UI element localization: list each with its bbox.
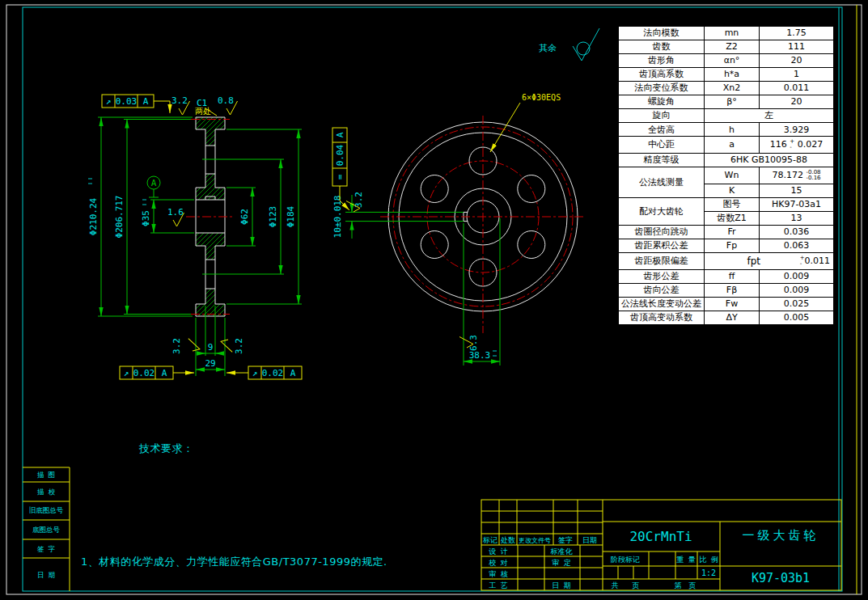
roughness-3-2-top: 3.2 [171, 95, 188, 106]
spec-symbol: K [705, 184, 760, 197]
bore-tol-marks [142, 200, 146, 205]
spec-label: 公法线长度变动公差 [619, 297, 705, 311]
spec-row: 齿形角 αn° 20 [619, 54, 834, 68]
margin-trace-check: 描 校 [37, 488, 56, 496]
spec-symbol: Wn [705, 167, 760, 184]
runout-icon: ↗ [252, 368, 258, 378]
runout-icon: ↗ [124, 368, 129, 378]
spec-value: 6HK GB10095-88 [705, 154, 834, 167]
dim-web-width: 9 [208, 342, 214, 353]
symmetry-icon: = [335, 174, 345, 180]
spec-symbol: Fβ [705, 283, 760, 297]
spec-row: 齿距累积公差 Fp 0.063 [619, 239, 834, 253]
tb-label-no: 第 [675, 581, 682, 589]
left-extension-lines [98, 117, 302, 376]
spec-value: 1.75 [760, 27, 834, 40]
dim-total-width: 29 [205, 358, 215, 369]
dim-rim: Φ184 [286, 205, 296, 227]
spec-symbol: αn° [705, 54, 760, 68]
spec-label: 精度等级 [619, 154, 705, 167]
spec-row: 齿向公差 Fβ 0.009 [619, 283, 834, 297]
spec-row: 齿顶高系数 h*a 1 [619, 68, 834, 82]
roughness-check-icon [219, 338, 235, 352]
tb-label-date: 日期 [582, 536, 597, 544]
tb-label-total: 共 [612, 581, 619, 589]
spec-label: 法向变位系数 [619, 82, 705, 95]
spec-value: 0.011 [760, 82, 834, 95]
symmetry-datum-ref: A [335, 132, 345, 137]
dim-hub: Φ62 [239, 209, 250, 225]
spec-row: 法向变位系数 Xn2 0.011 [619, 82, 834, 95]
dim-keyway-depth: 38.3 [469, 350, 491, 361]
spec-value: 0.025 [760, 297, 834, 311]
spec-label: 中心距 [619, 137, 705, 154]
spec-value: 0.036 [760, 225, 834, 239]
tb-label-sign: 签字 [558, 536, 573, 544]
spec-symbol: Fr [705, 225, 760, 239]
tech-title: 技术要求： [139, 441, 438, 456]
tb-drawing-number: K97-03b1 [752, 571, 810, 585]
spec-value: 13 [760, 211, 834, 225]
margin-base-no: 底图总号 [32, 526, 61, 534]
spec-row-fpt: 齿距极限偏差 fpt +- 0.011 [619, 253, 834, 270]
tech-lines: 1、材料的化学成分、力学性能应符合GB/T3077-1999的规定. 2、毛坯锻… [81, 491, 438, 600]
tb-scale-value: 1:2 [701, 568, 716, 577]
dim-bore: Φ35 [141, 210, 151, 226]
spec-symbol: Fw [705, 297, 760, 311]
spec-value: 78.172 -0.08-0.16 [760, 167, 834, 184]
spec-label: 齿顶高变动系数 [619, 311, 705, 324]
margin-blocks: 描 图 描 校 旧底图总号 底图总号 签 字 日 期 [23, 467, 70, 591]
tb-label-page2: 页 [688, 581, 697, 589]
spec-row: 法向模数 mn 1.75 [619, 27, 834, 40]
right-centerlines [380, 116, 586, 333]
spec-row-precision: 精度等级 6HK GB10095-88 [619, 154, 834, 167]
tb-label-date2: 日 期 [552, 581, 570, 589]
cad-sheet: { "sheet": { "rest_label": "其余" }, "spec… [0, 0, 868, 600]
tb-label-count: 处数 [500, 536, 515, 544]
spec-symbol: 图号 [705, 197, 760, 211]
title-block: 标记 处数 更改文件号 签字 日期 设 计 标准化 校 对 审 定 审 核 工 … [481, 500, 841, 590]
roughness-6-3: 6.3 [468, 335, 479, 351]
tb-label-weight: 重 量 [676, 556, 695, 564]
spec-row-hand: 旋向 左 [619, 109, 834, 123]
spec-symbol: a [705, 137, 760, 154]
roughness-check-icon [185, 339, 201, 353]
roughness-rest-icon [573, 28, 599, 61]
margin-trace: 描 图 [37, 471, 55, 479]
spec-label: 螺旋角 [619, 95, 705, 109]
spec-row: 齿顶高变动系数 ΔY 0.005 [619, 311, 834, 324]
spec-symbol: Z2 [705, 40, 760, 54]
spec-label: 齿数 [619, 40, 705, 54]
runout-frame-bottom-right: ↗ 0.02 A [227, 366, 302, 379]
tb-label-scale: 比 例 [699, 556, 718, 564]
spec-label: 齿形公差 [619, 269, 705, 283]
spec-symbol: β° [705, 95, 760, 109]
roughness-3-2-br: 3.2 [234, 338, 244, 354]
technical-requirements: 技术要求： 1、材料的化学成分、力学性能应符合GB/T3077-1999的规定.… [81, 409, 438, 600]
spec-value: HK97-03a1 [760, 197, 834, 211]
rest-label: 其余 [539, 43, 557, 53]
spec-label: 齿圈径向跳动 [619, 225, 705, 239]
spec-symbol: Xn2 [705, 82, 760, 95]
right-view-gear-front: 10±0.018 A 0.04 = 3.2 6×Φ30EQS 38.3 6.3 [332, 93, 586, 365]
rest-roughness: 其余 [539, 28, 599, 61]
spec-symbol: h [705, 123, 760, 137]
runout-value: 0.02 [262, 368, 284, 378]
spec-value: 0.063 [760, 239, 834, 253]
spec-row: 齿数 Z2 111 [619, 40, 834, 54]
spec-value: 0.009 [760, 283, 834, 297]
spec-label: 法向模数 [619, 27, 705, 40]
spec-label: 旋向 [619, 109, 705, 123]
spec-symbol: h*a [705, 68, 760, 82]
runout-frame-top: ↗ 0.03 A [102, 95, 170, 113]
spec-row: 螺旋角 β° 20 [619, 95, 834, 109]
spec-row: 齿形公差 ff 0.009 [619, 269, 834, 283]
spec-value: 1 [760, 68, 834, 82]
runout-value: 0.03 [116, 96, 138, 107]
spec-label: 全齿高 [619, 123, 705, 137]
tech-line: 1、材料的化学成分、力学性能应符合GB/T3077-1999的规定. [81, 554, 438, 569]
roughness-3-2-bl: 3.2 [171, 338, 182, 354]
runout-datum-ref: A [143, 96, 149, 107]
spec-symbol: Fp [705, 239, 760, 253]
spec-row-wn: 公法线测量 Wn 78.172 -0.08-0.16 [619, 167, 834, 184]
